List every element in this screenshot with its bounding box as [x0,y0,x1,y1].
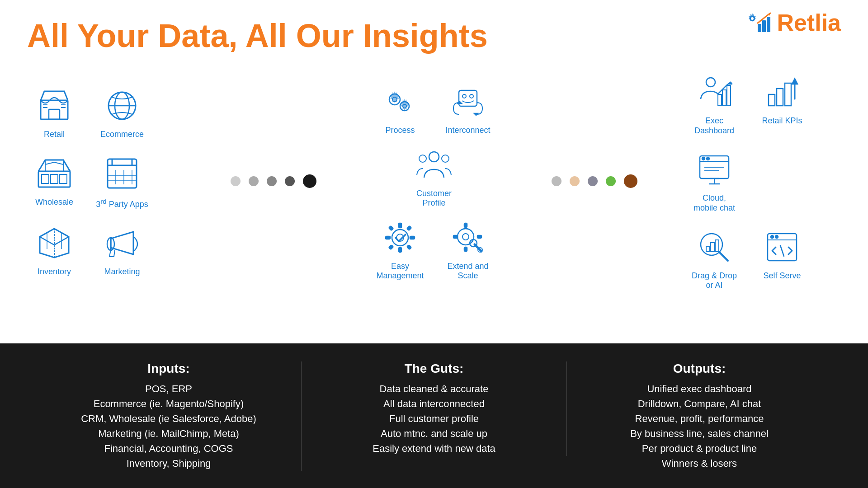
svg-point-40 [470,94,473,98]
svg-point-43 [429,152,439,162]
svg-rect-70 [777,89,783,106]
interconnect-label: Interconnect [445,126,490,136]
wholesale-icon [32,153,77,194]
third-party-icon [99,153,145,194]
svg-rect-53 [407,226,411,230]
logo-text: Retlia [777,9,841,36]
dot-5 [303,174,316,188]
svg-point-90 [775,235,778,238]
retail-icon [32,85,77,126]
svg-rect-84 [711,243,714,252]
svg-rect-65 [718,94,722,106]
svg-rect-59 [464,247,467,251]
cloud-mobile-item: Cloud,mobile chat [687,149,741,213]
svg-point-46 [392,230,408,246]
self-serve-item: Self Serve [755,227,809,281]
process-label: Process [385,126,415,136]
dots-right-connector [502,174,687,188]
third-party-item: 3rd Party Apps [95,153,149,210]
inputs-row-1: Retail Ecommerce [27,85,181,140]
svg-rect-19 [60,174,67,183]
svg-rect-58 [464,223,467,227]
retail-kpis-icon [760,72,805,113]
exec-dashboard-item: ExecDashboard [687,72,741,136]
svg-line-91 [780,245,784,256]
inputs-row-2: Wholesale [27,153,181,210]
self-serve-label: Self Serve [763,271,801,281]
svg-marker-42 [474,113,478,115]
svg-rect-18 [51,174,58,183]
dots-left-connector [181,174,366,188]
svg-point-57 [462,234,469,240]
marketing-icon [99,223,145,263]
svg-rect-71 [785,83,791,106]
svg-rect-17 [42,174,49,183]
easy-management-icon [377,217,423,258]
ecommerce-label: Ecommerce [100,130,144,140]
inputs-title: Inputs: [147,361,189,376]
customer-profile-icon [411,145,457,185]
svg-rect-16 [38,171,70,187]
svg-rect-61 [477,235,481,238]
inputs-section: Inputs: POS, ERPEcommerce (ie. Magento/S… [36,361,302,471]
svg-point-2 [751,17,754,20]
retail-label: Retail [44,130,65,140]
wholesale-label: Wholesale [35,197,73,207]
svg-point-45 [442,155,449,162]
svg-point-75 [702,157,705,160]
outputs-row-2: Cloud,mobile chat [687,149,841,213]
third-party-label: 3rd Party Apps [96,197,148,210]
guts-row-2: CustomerProfile [407,145,461,208]
ecommerce-item: Ecommerce [95,85,149,140]
main-content: Retlia All Your Data, All Our Insights [0,0,868,343]
customer-profile-item: CustomerProfile [407,145,461,208]
retail-kpis-item: Retail KPIs [755,72,809,126]
retail-kpis-label: Retail KPIs [762,116,802,126]
customer-profile-label: CustomerProfile [416,189,452,208]
svg-rect-85 [715,240,719,252]
easy-management-item: EasyManagement [373,217,427,281]
ecommerce-icon [99,85,145,126]
retail-item: Retail [27,85,81,140]
svg-line-86 [720,253,728,261]
inventory-label: Inventory [38,267,71,277]
svg-rect-3 [758,24,761,32]
svg-rect-52 [389,226,393,230]
svg-point-56 [458,229,474,245]
drag-drop-item: Drag & Dropor AI [687,227,741,291]
outputs-row-1: ExecDashboard [687,72,841,136]
svg-rect-54 [389,245,393,249]
cloud-mobile-label: Cloud,mobile chat [693,193,735,213]
extend-scale-label: Extend andScale [447,262,488,281]
svg-rect-50 [386,236,390,239]
outputs-row-3: Drag & Dropor AI [687,227,841,291]
svg-rect-67 [727,85,731,106]
guts-section: The Guts: Data cleaned & accurateAll dat… [302,361,567,456]
svg-point-76 [707,157,709,160]
inputs-body: POS, ERPEcommerce (ie. Magento/Shopify)C… [81,381,256,471]
svg-point-39 [462,94,466,98]
dot-1 [231,176,241,186]
interconnect-icon [445,81,491,122]
svg-rect-5 [767,17,770,32]
logo: Retlia [745,9,841,36]
marketing-label: Marketing [104,267,140,277]
easy-management-label: EasyManagement [376,262,424,281]
extend-scale-item: Extend andScale [441,217,495,281]
svg-rect-60 [453,235,458,238]
svg-rect-49 [399,248,401,252]
inputs-row-3: Inventory Marketing [27,223,181,277]
outputs-section: Outputs: Unified exec dashboardDrilldown… [567,361,832,471]
svg-rect-51 [410,236,415,239]
dot-3 [267,176,277,186]
wholesale-item: Wholesale [27,153,81,207]
svg-rect-4 [762,20,766,32]
guts-row-3: EasyManagement [373,217,495,281]
inventory-item: Inventory [27,223,81,277]
inventory-icon [32,223,77,263]
drag-drop-icon [692,227,737,267]
outputs-body: Unified exec dashboardDrilldown, Compare… [630,381,769,471]
svg-marker-72 [792,79,797,84]
guts-title: The Guts: [405,361,464,376]
drag-drop-label: Drag & Dropor AI [692,271,737,291]
